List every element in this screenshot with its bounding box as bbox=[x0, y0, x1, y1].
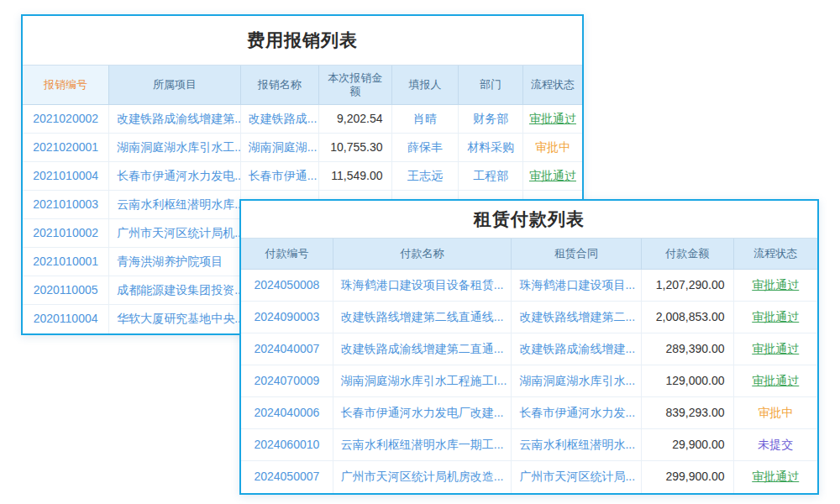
expense-status-cell[interactable]: 审批通过 bbox=[523, 105, 582, 134]
lease-payment-table: 租赁付款列表 付款编号付款名称租赁合同付款金额流程状态 2024050008珠海… bbox=[239, 199, 819, 495]
expense-id-cell[interactable]: 2021010001 bbox=[23, 248, 109, 276]
payment-id-cell[interactable]: 2024040007 bbox=[241, 333, 333, 365]
payment-status-cell[interactable]: 审批通过 bbox=[734, 333, 817, 365]
expense-project-cell[interactable]: 湖南洞庭湖水库引水工... bbox=[109, 134, 241, 162]
expense-table-title: 费用报销列表 bbox=[23, 16, 582, 65]
payment-id-cell[interactable]: 2024070009 bbox=[241, 365, 333, 397]
payment-table-body: 2024050008珠海鹤港口建设项目设备租赁...珠海鹤港口建设项目...1,… bbox=[241, 270, 817, 493]
payment-contract-cell[interactable]: 改建铁路成渝线增建... bbox=[512, 333, 641, 365]
expense-header-amount[interactable]: 本次报销金额 bbox=[319, 66, 392, 104]
payment-name-cell[interactable]: 改建铁路成渝线增建第二直通... bbox=[333, 333, 512, 365]
payment-name-cell[interactable]: 广州市天河区统计局机房改造... bbox=[333, 461, 512, 493]
expense-id-cell[interactable]: 2021020002 bbox=[23, 105, 109, 134]
payment-status-cell[interactable]: 审批通过 bbox=[734, 270, 817, 302]
expense-status-cell[interactable]: 审批中 bbox=[523, 134, 582, 162]
payment-header-status[interactable]: 流程状态 bbox=[734, 239, 817, 269]
expense-department-cell[interactable]: 材料采购 bbox=[459, 134, 523, 162]
expense-project-cell[interactable]: 华软大厦研究基地中央... bbox=[109, 305, 241, 333]
expense-amount-cell: 10,755.30 bbox=[319, 134, 392, 162]
expense-reporter-cell[interactable]: 王志远 bbox=[392, 162, 459, 191]
expense-id-cell[interactable]: 2021010003 bbox=[23, 191, 109, 219]
payment-amount-cell: 1,207,290.00 bbox=[642, 270, 734, 302]
table-row: 2024070009湖南洞庭湖水库引水工程施工I...湖南洞庭湖水库引水...1… bbox=[241, 365, 817, 397]
payment-name-cell[interactable]: 珠海鹤港口建设项目设备租赁... bbox=[333, 270, 512, 302]
payment-name-cell[interactable]: 长春市伊通河水力发电厂改建... bbox=[333, 397, 512, 429]
table-row: 2024050008珠海鹤港口建设项目设备租赁...珠海鹤港口建设项目...1,… bbox=[241, 270, 817, 302]
payment-header-name[interactable]: 付款名称 bbox=[333, 239, 512, 269]
expense-reporter-cell[interactable]: 肖晴 bbox=[392, 105, 459, 134]
table-row: 2024040007改建铁路成渝线增建第二直通...改建铁路成渝线增建...28… bbox=[241, 333, 817, 365]
expense-id-cell[interactable]: 2021010002 bbox=[23, 219, 109, 248]
payment-header-id[interactable]: 付款编号 bbox=[241, 239, 333, 269]
payment-id-cell[interactable]: 2024060010 bbox=[241, 429, 333, 461]
table-row: 2021010004长春市伊通河水力发电...长春市伊通...11,549.00… bbox=[23, 162, 582, 191]
payment-contract-cell[interactable]: 珠海鹤港口建设项目... bbox=[512, 270, 641, 302]
payment-contract-cell[interactable]: 长春市伊通河水力发... bbox=[512, 397, 641, 429]
expense-reporter-cell[interactable]: 薛保丰 bbox=[392, 134, 459, 162]
expense-project-cell[interactable]: 长春市伊通河水力发电... bbox=[109, 162, 241, 191]
table-row: 2024040006长春市伊通河水力发电厂改建...长春市伊通河水力发...83… bbox=[241, 397, 817, 429]
payment-contract-cell[interactable]: 广州市天河区统计局... bbox=[512, 461, 641, 493]
payment-name-cell[interactable]: 云南水利枢纽潜明水库一期工... bbox=[333, 429, 512, 461]
payment-amount-cell: 2,008,853.00 bbox=[642, 302, 734, 333]
expense-id-cell[interactable]: 2021010004 bbox=[23, 162, 109, 191]
table-row: 2024060010云南水利枢纽潜明水库一期工...云南水利枢纽潜明水...29… bbox=[241, 429, 817, 461]
payment-status-cell[interactable]: 审批通过 bbox=[734, 461, 817, 493]
payment-contract-cell[interactable]: 云南水利枢纽潜明水... bbox=[512, 429, 641, 461]
expense-project-cell[interactable]: 云南水利枢纽潜明水库... bbox=[109, 191, 241, 219]
payment-amount-cell: 129,000.00 bbox=[642, 365, 734, 397]
expense-project-cell[interactable]: 广州市天河区统计局机... bbox=[109, 219, 241, 248]
expense-header-project[interactable]: 所属项目 bbox=[109, 66, 241, 104]
expense-header-reporter[interactable]: 填报人 bbox=[392, 66, 459, 104]
expense-project-cell[interactable]: 改建铁路成渝线增建第... bbox=[109, 105, 241, 134]
expense-header-status[interactable]: 流程状态 bbox=[523, 66, 582, 104]
expense-name-cell[interactable]: 改建铁路成... bbox=[241, 105, 319, 134]
expense-amount-cell: 11,549.00 bbox=[319, 162, 392, 191]
expense-department-cell[interactable]: 工程部 bbox=[459, 162, 523, 191]
payment-name-cell[interactable]: 改建铁路线增建第二线直通线... bbox=[333, 302, 512, 333]
expense-header-department[interactable]: 部门 bbox=[459, 66, 523, 104]
expense-project-cell[interactable]: 青海洪湖养护院项目 bbox=[109, 248, 241, 276]
payment-id-cell[interactable]: 2024050008 bbox=[241, 270, 333, 302]
expense-name-cell[interactable]: 长春市伊通... bbox=[241, 162, 319, 191]
payment-amount-cell: 299,900.00 bbox=[642, 461, 734, 493]
expense-name-cell[interactable]: 湖南洞庭湖... bbox=[241, 134, 319, 162]
expense-table-header-row: 报销编号所属项目报销名称本次报销金额填报人部门流程状态 bbox=[23, 65, 582, 105]
payment-amount-cell: 29,900.00 bbox=[642, 429, 734, 461]
payment-contract-cell[interactable]: 湖南洞庭湖水库引水... bbox=[512, 365, 641, 397]
payment-status-cell[interactable]: 审批通过 bbox=[734, 365, 817, 397]
expense-id-cell[interactable]: 2021020001 bbox=[23, 134, 109, 162]
payment-header-amount[interactable]: 付款金额 bbox=[642, 239, 734, 269]
payment-status-cell[interactable]: 审批通过 bbox=[734, 302, 817, 333]
payment-status-cell[interactable]: 审批中 bbox=[734, 397, 817, 429]
expense-status-cell[interactable]: 审批通过 bbox=[523, 162, 582, 191]
payment-name-cell[interactable]: 湖南洞庭湖水库引水工程施工I... bbox=[333, 365, 512, 397]
expense-amount-cell: 9,202.54 bbox=[319, 105, 392, 134]
payment-id-cell[interactable]: 2024040006 bbox=[241, 397, 333, 429]
payment-id-cell[interactable]: 2024050007 bbox=[241, 461, 333, 493]
table-row: 2024050007广州市天河区统计局机房改造...广州市天河区统计局...29… bbox=[241, 461, 817, 493]
table-row: 2021020002改建铁路成渝线增建第...改建铁路成...9,202.54肖… bbox=[23, 105, 582, 134]
expense-id-cell[interactable]: 2020110004 bbox=[23, 305, 109, 333]
expense-project-cell[interactable]: 成都能源建设集团投资... bbox=[109, 276, 241, 305]
payment-contract-cell[interactable]: 改建铁路线增建第二... bbox=[512, 302, 641, 333]
payment-header-contract[interactable]: 租赁合同 bbox=[512, 239, 641, 269]
payment-amount-cell: 839,293.00 bbox=[642, 397, 734, 429]
payment-table-header-row: 付款编号付款名称租赁合同付款金额流程状态 bbox=[241, 238, 817, 270]
expense-department-cell[interactable]: 财务部 bbox=[459, 105, 523, 134]
payment-id-cell[interactable]: 2024090003 bbox=[241, 302, 333, 333]
expense-header-id[interactable]: 报销编号 bbox=[23, 66, 109, 104]
payment-status-cell[interactable]: 未提交 bbox=[734, 429, 817, 461]
payment-amount-cell: 289,390.00 bbox=[642, 333, 734, 365]
expense-header-name[interactable]: 报销名称 bbox=[241, 66, 319, 104]
payment-table-title: 租赁付款列表 bbox=[241, 201, 817, 238]
expense-id-cell[interactable]: 2020110005 bbox=[23, 276, 109, 305]
table-row: 2021020001湖南洞庭湖水库引水工...湖南洞庭湖...10,755.30… bbox=[23, 134, 582, 162]
table-row: 2024090003改建铁路线增建第二线直通线...改建铁路线增建第二...2,… bbox=[241, 302, 817, 333]
